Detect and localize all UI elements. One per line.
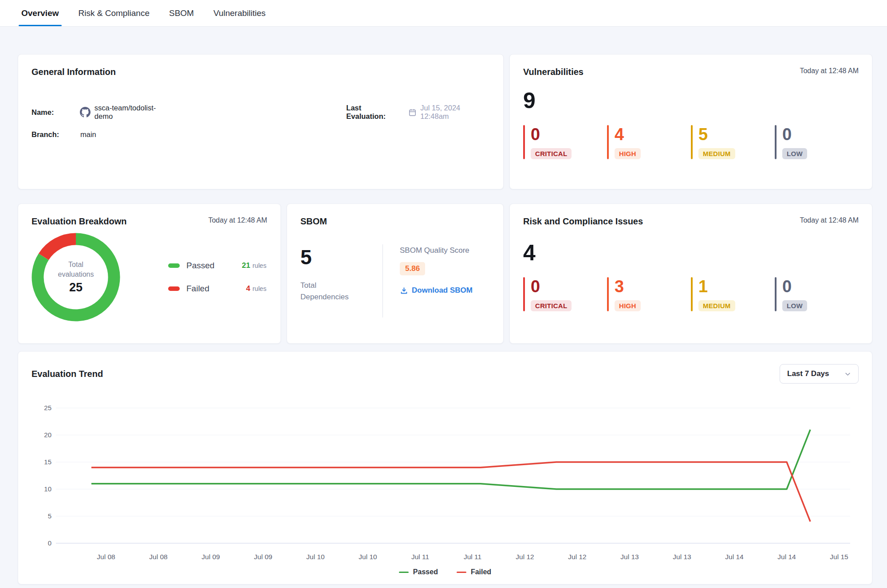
failed-count: 4 xyxy=(233,284,250,293)
passed-line-swatch xyxy=(399,572,409,573)
severity-count: 0 xyxy=(531,126,572,144)
vulnerabilities-total: 9 xyxy=(523,90,859,112)
svg-text:Jul 14: Jul 14 xyxy=(725,553,744,561)
evaluation-breakdown-title: Evaluation Breakdown xyxy=(32,216,127,227)
download-sbom-label: Download SBOM xyxy=(412,286,473,295)
risk-compliance-title: Risk and Compliance Issues xyxy=(523,216,643,227)
severity-badge: HIGH xyxy=(615,148,641,159)
name-row: Name: ssca-team/todolist-demo Last Evalu… xyxy=(32,104,490,121)
trend-line-chart: 0510152025Jul 08Jul 08Jul 09Jul 09Jul 10… xyxy=(32,393,859,567)
svg-text:Jul 09: Jul 09 xyxy=(201,553,220,561)
severity-count: 0 xyxy=(531,278,572,296)
svg-text:5: 5 xyxy=(48,512,51,520)
passed-line-label: Passed xyxy=(413,568,438,576)
vulnerabilities-timestamp: Today at 12:48 AM xyxy=(800,67,859,75)
branch-row: Branch: main xyxy=(32,130,490,139)
date-range-dropdown[interactable]: Last 7 Days xyxy=(780,364,859,384)
sbom-quality-score-badge: 5.86 xyxy=(400,262,425,275)
passed-count: 21 xyxy=(233,261,250,270)
svg-text:Jul 10: Jul 10 xyxy=(306,553,325,561)
general-information-title: General Information xyxy=(32,67,116,77)
svg-text:10: 10 xyxy=(44,485,51,493)
vulnerabilities-card: Vulnerabilities Today at 12:48 AM 9 0 CR… xyxy=(509,54,872,189)
severity-item: 0 CRITICAL xyxy=(523,125,607,159)
total-dependencies-count: 5 xyxy=(300,247,382,267)
severity-count: 4 xyxy=(615,126,641,144)
svg-text:0: 0 xyxy=(48,539,51,547)
date-range-value: Last 7 Days xyxy=(787,369,829,378)
last-evaluation-value: Jul 15, 2024 12:48am xyxy=(420,104,490,121)
severity-badge: LOW xyxy=(782,148,807,159)
calendar-icon xyxy=(408,108,417,117)
general-information-card: General Information Name: ssca-team/todo… xyxy=(18,54,504,189)
breakdown-legend: Passed 21 rules Failed 4 rules xyxy=(168,261,266,294)
svg-text:Jul 13: Jul 13 xyxy=(673,553,691,561)
top-row: General Information Name: ssca-team/todo… xyxy=(18,54,872,189)
severity-count: 0 xyxy=(782,278,807,296)
sbom-card: SBOM 5 Total Dependencies SBOM Quality S… xyxy=(287,204,504,344)
svg-text:Jul 11: Jul 11 xyxy=(464,553,481,561)
breakdown-legend-passed: Passed 21 rules xyxy=(168,261,266,270)
evaluation-trend-card: Evaluation Trend Last 7 Days 0510152025J… xyxy=(18,351,872,584)
severity-badge: MEDIUM xyxy=(698,148,735,159)
download-sbom-link[interactable]: Download SBOM xyxy=(400,286,473,295)
sbom-title: SBOM xyxy=(300,216,327,227)
donut-center-label-1: Total xyxy=(68,260,83,270)
branch-label: Branch: xyxy=(32,130,80,139)
severity-badge: CRITICAL xyxy=(531,148,572,159)
trend-legend-passed: Passed xyxy=(399,568,438,576)
tab-overview[interactable]: Overview xyxy=(21,0,59,26)
name-label: Name: xyxy=(32,108,80,117)
total-dependencies-label-1: Total xyxy=(300,280,382,291)
svg-text:Jul 15: Jul 15 xyxy=(830,553,848,561)
github-icon xyxy=(80,107,91,118)
donut-center-label-2: evaluations xyxy=(58,270,94,279)
tab-bar: Overview Risk & Compliance SBOM Vulnerab… xyxy=(0,0,887,27)
severity-badge: CRITICAL xyxy=(531,300,572,311)
severity-item: 0 CRITICAL xyxy=(523,277,607,311)
severity-badge: HIGH xyxy=(615,300,641,311)
svg-text:Jul 12: Jul 12 xyxy=(516,553,534,561)
severity-item: 0 LOW xyxy=(775,125,859,159)
severity-item: 3 HIGH xyxy=(607,277,691,311)
svg-text:Jul 08: Jul 08 xyxy=(149,553,167,561)
severity-count: 0 xyxy=(782,126,807,144)
trend-legend-failed: Failed xyxy=(457,568,491,576)
tab-sbom-label: SBOM xyxy=(169,8,194,18)
severity-count: 3 xyxy=(615,278,641,296)
dashboard: General Information Name: ssca-team/todo… xyxy=(0,27,887,584)
total-dependencies-label-2: Dependencies xyxy=(300,291,382,303)
svg-text:Jul 13: Jul 13 xyxy=(620,553,639,561)
evaluations-donut-chart: Total evaluations 25 xyxy=(32,233,120,321)
svg-text:20: 20 xyxy=(44,431,51,439)
svg-text:Jul 10: Jul 10 xyxy=(359,553,377,561)
tab-risk-compliance[interactable]: Risk & Compliance xyxy=(79,0,150,26)
chevron-down-icon xyxy=(844,371,851,377)
failed-unit: rules xyxy=(252,285,266,292)
svg-text:25: 25 xyxy=(44,404,51,412)
severity-count: 5 xyxy=(698,126,735,144)
tab-vulnerabilities[interactable]: Vulnerabilities xyxy=(213,0,266,26)
severity-item: 1 MEDIUM xyxy=(691,277,775,311)
failed-line-swatch xyxy=(457,572,466,573)
severity-item: 0 LOW xyxy=(775,277,859,311)
passed-swatch xyxy=(168,263,180,268)
failed-label: Failed xyxy=(186,284,233,294)
svg-text:15: 15 xyxy=(44,458,51,466)
severity-item: 4 HIGH xyxy=(607,125,691,159)
passed-label: Passed xyxy=(186,261,233,270)
risk-compliance-card: Risk and Compliance Issues Today at 12:4… xyxy=(509,204,872,344)
failed-swatch xyxy=(168,286,180,291)
severity-badge: MEDIUM xyxy=(698,300,735,311)
risk-compliance-total: 4 xyxy=(523,242,859,264)
download-icon xyxy=(400,286,408,295)
evaluation-breakdown-timestamp: Today at 12:48 AM xyxy=(208,216,267,224)
sbom-quality-score-label: SBOM Quality Score xyxy=(400,246,473,255)
breakdown-legend-failed: Failed 4 rules xyxy=(168,284,266,294)
vulnerabilities-severity-list: 0 CRITICAL 4 HIGH xyxy=(523,125,859,159)
svg-text:Jul 09: Jul 09 xyxy=(254,553,272,561)
tab-sbom[interactable]: SBOM xyxy=(169,0,194,26)
donut-center-value: 25 xyxy=(69,281,83,294)
evaluation-breakdown-card: Evaluation Breakdown Today at 12:48 AM T… xyxy=(18,204,281,344)
svg-text:Jul 12: Jul 12 xyxy=(568,553,586,561)
